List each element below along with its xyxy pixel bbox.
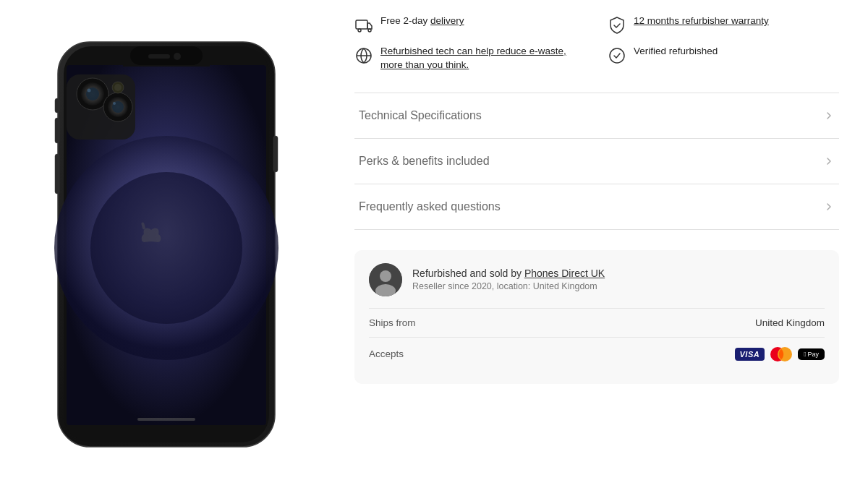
- seller-name-line: Refurbished and sold by Phones Direct UK: [412, 267, 605, 279]
- ewaste-text: Refurbished tech can help reduce e-waste…: [380, 45, 586, 72]
- warranty-text: 12 months refurbisher warranty: [634, 14, 769, 28]
- svg-rect-1: [273, 136, 278, 172]
- chevron-right-icon-faq: [823, 201, 835, 213]
- svg-point-28: [368, 29, 371, 32]
- seller-top: Refurbished and sold by Phones Direct UK…: [369, 263, 825, 296]
- svg-rect-2: [55, 118, 59, 143]
- phone-image-section: [0, 0, 333, 488]
- applepay-payment-icon:  Pay: [798, 348, 825, 360]
- accordion-item-perks[interactable]: Perks & benefits included: [354, 139, 839, 184]
- mastercard-payment-icon: [769, 346, 793, 362]
- warranty-badge: 12 months refurbisher warranty: [608, 14, 839, 35]
- accordion-item-faq[interactable]: Frequently asked questions: [354, 184, 839, 230]
- svg-point-30: [610, 48, 624, 63]
- ewaste-badge: Refurbished tech can help reduce e-waste…: [354, 45, 586, 72]
- globe-icon: [354, 46, 373, 65]
- seller-avatar: [369, 263, 402, 296]
- delivery-badge: Free 2-day delivery: [354, 14, 586, 35]
- seller-name-link[interactable]: Phones Direct UK: [524, 267, 605, 279]
- svg-rect-26: [356, 20, 367, 29]
- delivery-icon: [354, 16, 373, 35]
- seller-info: Refurbished and sold by Phones Direct UK…: [412, 267, 605, 291]
- faq-label: Frequently asked questions: [359, 200, 501, 213]
- svg-point-32: [380, 270, 391, 282]
- ships-from-label: Ships from: [369, 317, 416, 328]
- badges-grid: Free 2-day delivery 12 months refurbishe…: [354, 14, 839, 72]
- svg-rect-25: [137, 418, 195, 421]
- visa-text: VISA: [740, 350, 760, 359]
- delivery-link[interactable]: delivery: [430, 15, 464, 26]
- verified-icon: [608, 46, 626, 65]
- warranty-icon: [608, 16, 626, 35]
- visa-payment-icon: VISA: [735, 348, 765, 361]
- apple-icon-symbol: : [804, 351, 806, 358]
- tech-specs-label: Technical Specifications: [359, 109, 482, 122]
- verified-badge: Verified refurbished: [608, 45, 839, 72]
- accordion-item-tech-specs[interactable]: Technical Specifications: [354, 93, 839, 139]
- accepts-label: Accepts: [369, 348, 404, 359]
- perks-label: Perks & benefits included: [359, 155, 490, 168]
- warranty-link[interactable]: 12 months refurbisher warranty: [634, 15, 769, 26]
- verified-text: Verified refurbished: [634, 45, 718, 59]
- svg-point-27: [358, 29, 361, 32]
- payment-icons: VISA  Pay: [735, 346, 825, 362]
- svg-point-17: [88, 88, 91, 92]
- svg-point-8: [90, 172, 242, 324]
- svg-rect-12: [148, 54, 170, 59]
- seller-accepts-row: Accepts VISA: [369, 337, 825, 371]
- svg-point-23: [114, 84, 122, 91]
- seller-ships-row: Ships from United Kingdom: [369, 308, 825, 337]
- seller-card: Refurbished and sold by Phones Direct UK…: [354, 250, 839, 384]
- phone-image: [36, 35, 297, 454]
- svg-rect-3: [55, 154, 59, 194]
- chevron-right-icon-perks: [823, 155, 835, 167]
- svg-point-11: [174, 53, 181, 60]
- svg-point-21: [113, 102, 116, 105]
- applepay-text: Pay: [807, 351, 819, 358]
- info-section: Free 2-day delivery 12 months refurbishe…: [333, 0, 868, 488]
- seller-details: Ships from United Kingdom Accepts VISA: [369, 308, 825, 371]
- svg-rect-4: [55, 98, 59, 113]
- seller-sub: Reseller since 2020, location: United Ki…: [412, 281, 605, 291]
- ewaste-link[interactable]: Refurbished tech can help reduce e-waste…: [380, 46, 566, 70]
- accordion-container: Technical Specifications Perks & benefit…: [354, 93, 839, 230]
- ships-from-value: United Kingdom: [755, 317, 825, 328]
- delivery-text: Free 2-day delivery: [380, 14, 464, 28]
- chevron-right-icon-tech: [823, 110, 835, 121]
